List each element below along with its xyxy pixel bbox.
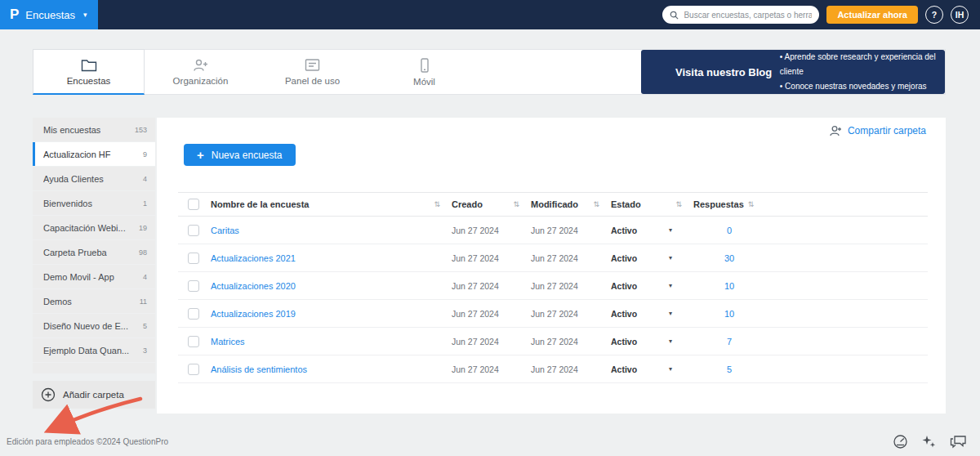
row-checkbox[interactable] (188, 253, 199, 264)
responses-count-link[interactable]: 10 (724, 309, 734, 319)
sparkles-icon[interactable] (921, 434, 937, 449)
folder-label: Demos (43, 297, 72, 306)
status-cell: Activo (611, 226, 693, 235)
folder-label: Capacitación Webi... (43, 223, 126, 233)
folder-count-badge: 4 (138, 273, 147, 281)
status-cell: Activo (611, 281, 693, 291)
sort-icon[interactable]: ⇅ (513, 200, 519, 208)
status-caret-icon[interactable] (669, 338, 672, 345)
row-checkbox[interactable] (188, 280, 199, 292)
row-checkbox[interactable] (188, 225, 199, 236)
sort-icon[interactable]: ⇅ (593, 200, 599, 208)
column-header-estado[interactable]: Estado ⇅ (611, 199, 693, 209)
gauge-icon[interactable] (893, 434, 908, 449)
folder-label: Ejemplo Data Quan... (43, 346, 129, 355)
table-body: Caritas Jun 27 2024 Jun 27 2024 Activo 0 (178, 217, 928, 383)
search-input[interactable] (684, 11, 812, 20)
survey-name-cell: Actualizaciones 2019 (211, 309, 452, 319)
tab-label: Organización (173, 76, 229, 86)
sidebar-folder-item[interactable]: Diseño Nuevo de E... 5 (33, 314, 155, 338)
column-header-respuestas[interactable]: Respuestas ⇅ (693, 199, 765, 209)
app-menu-label: Encuestas (25, 9, 75, 21)
caret-down-icon: ▾ (83, 11, 87, 19)
column-header-modified[interactable]: Modificado ⇅ (531, 199, 611, 209)
sidebar-folder-item[interactable]: Carpeta Prueba 98 (33, 240, 155, 264)
surveys-table: Nombre de la encuesta ⇅ Creado ⇅ Modific… (178, 192, 928, 383)
modified-date: Jun 27 2024 (531, 364, 611, 374)
tab-movil[interactable]: Móvil (368, 50, 480, 94)
folder-label: Carpeta Prueba (43, 248, 107, 257)
new-survey-button[interactable]: Nueva encuesta (184, 144, 296, 166)
blog-banner-bullets: Aprende sobre research y experiencia del… (780, 50, 945, 94)
survey-name-link[interactable]: Actualizaciones 2019 (211, 309, 296, 319)
created-date: Jun 27 2024 (452, 226, 531, 235)
survey-name-link[interactable]: Análisis de sentimientos (211, 364, 307, 374)
tab-label: Móvil (413, 77, 435, 87)
status-caret-icon[interactable] (669, 365, 672, 373)
row-checkbox-cell (178, 308, 211, 320)
survey-name-link[interactable]: Matrices (211, 337, 245, 346)
responses-count-link[interactable]: 7 (727, 337, 732, 346)
global-search[interactable] (662, 6, 819, 24)
tab-panel-de-uso[interactable]: Panel de uso (256, 50, 368, 94)
table-header-row: Nombre de la encuesta ⇅ Creado ⇅ Modific… (178, 192, 928, 217)
add-folder-button[interactable]: Añadir carpeta (33, 381, 155, 409)
modified-date: Jun 27 2024 (531, 309, 611, 319)
responses-cell: 5 (693, 364, 765, 374)
tab-encuestas[interactable]: Encuestas (33, 49, 145, 95)
status-caret-icon[interactable] (669, 282, 672, 289)
status-cell: Activo (611, 253, 693, 263)
survey-name-link[interactable]: Actualizaciones 2021 (211, 253, 296, 263)
column-header-created[interactable]: Creado ⇅ (452, 199, 531, 209)
sidebar-folder-item[interactable]: Mis encuestas 153 (33, 118, 155, 141)
status-caret-icon[interactable] (669, 310, 672, 317)
sidebar-folder-item[interactable]: Bienvenidos 1 (33, 191, 155, 215)
sort-icon[interactable]: ⇅ (748, 200, 755, 208)
sidebar-folder-item[interactable]: Ejemplo Data Quan... 3 (33, 338, 155, 362)
status-value: Activo (611, 309, 637, 319)
column-label: Creado (452, 199, 483, 209)
sidebar-folder-item[interactable]: Actualizacion HF 9 (33, 142, 155, 166)
chat-icon[interactable] (950, 434, 967, 449)
column-header-name[interactable]: Nombre de la encuesta ⇅ (211, 199, 452, 209)
responses-count-link[interactable]: 5 (727, 364, 732, 374)
responses-count-link[interactable]: 30 (724, 253, 734, 263)
row-checkbox[interactable] (188, 308, 199, 320)
blog-banner[interactable]: Visita nuestro Blog Aprende sobre resear… (641, 50, 945, 94)
responses-count-link[interactable]: 0 (727, 226, 732, 235)
survey-name-link[interactable]: Caritas (211, 226, 239, 235)
update-now-button[interactable]: Actualizar ahora (826, 6, 918, 24)
sidebar-folder-item[interactable]: Capacitación Webi... 19 (33, 216, 155, 239)
app-menu-button[interactable]: P Encuestas ▾ (0, 0, 98, 29)
folder-count-badge: 98 (134, 248, 147, 257)
sidebar-folder-item[interactable]: Demo Movil - App 4 (33, 265, 155, 288)
avatar[interactable]: IH (951, 6, 969, 24)
usage-panel-icon (305, 58, 320, 72)
row-checkbox-cell (178, 280, 211, 292)
survey-name-link[interactable]: Actualizaciones 2020 (211, 281, 296, 291)
row-checkbox-cell (178, 336, 211, 347)
responses-count-link[interactable]: 10 (724, 281, 734, 291)
row-checkbox[interactable] (188, 364, 199, 375)
created-date: Jun 27 2024 (452, 337, 531, 346)
modified-date: Jun 27 2024 (531, 226, 611, 235)
folder-list: Mis encuestas 153 Actualizacion HF 9 Ayu… (33, 118, 155, 362)
blog-bullet: Conoce nuestras novedades y mejoras (780, 79, 937, 94)
sort-icon[interactable]: ⇅ (434, 200, 440, 208)
sort-icon[interactable]: ⇅ (675, 200, 682, 208)
status-caret-icon[interactable] (669, 226, 672, 234)
responses-cell: 7 (693, 337, 765, 346)
status-cell: Activo (611, 337, 693, 346)
status-caret-icon[interactable] (669, 254, 672, 262)
help-button[interactable]: ? (925, 6, 943, 24)
survey-name-cell: Matrices (211, 337, 452, 346)
row-checkbox[interactable] (188, 336, 199, 347)
folder-label: Actualizacion HF (43, 150, 111, 159)
sidebar-folder-item[interactable]: Ayuda Clientes 4 (33, 167, 155, 190)
sidebar-folder-item[interactable]: Demos 11 (33, 289, 155, 313)
share-person-icon (828, 125, 842, 136)
select-all-checkbox[interactable] (188, 199, 199, 210)
share-folder-link[interactable]: Compartir carpeta (828, 125, 926, 136)
tab-organizacion[interactable]: Organización (145, 50, 256, 94)
folder-item-partial[interactable] (33, 363, 155, 373)
